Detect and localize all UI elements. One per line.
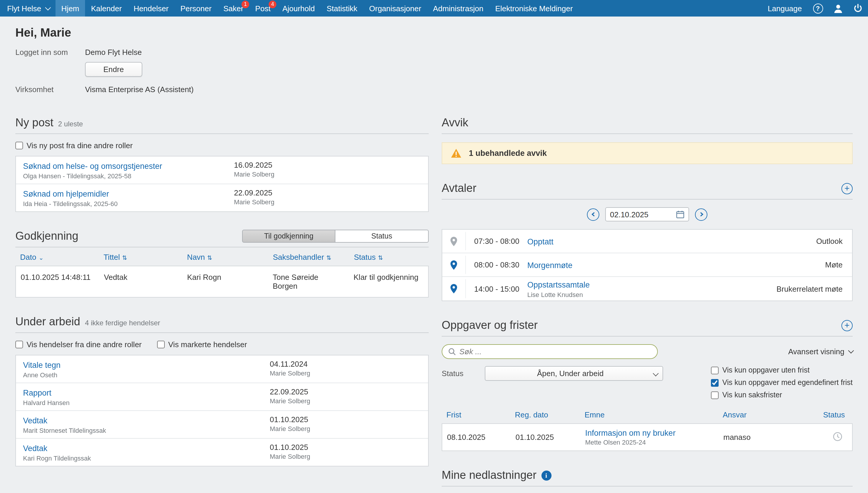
advanced-view-toggle[interactable]: Avansert visning (788, 347, 853, 356)
tasks-table-header: Frist Reg. dato Emne Ansvar Status (442, 405, 853, 423)
nav-left: Flyt Helse Hjem Kalender Hendelser Perso… (0, 0, 579, 17)
column-header-status[interactable]: Status⇅ (349, 248, 429, 266)
date-input[interactable]: 02.10.2025 (605, 207, 689, 221)
nav-item-organisasjoner[interactable]: Organisasjoner (363, 0, 427, 17)
nav-item-elektroniske-meldinger[interactable]: Elektroniske Meldinger (489, 0, 579, 17)
filter-custom-deadline-input[interactable] (711, 379, 719, 386)
filter-case-deadlines[interactable]: Vis kun saksfrister (711, 391, 853, 399)
nav-item-administrasjon[interactable]: Administrasjon (427, 0, 490, 17)
search-icon (448, 348, 456, 356)
add-appointment-button[interactable]: + (842, 183, 853, 194)
nav-item-personer[interactable]: Personer (174, 0, 218, 17)
table-row[interactable]: 01.10.2025 14:48:11 Vedtak Kari Rogn Ton… (15, 266, 429, 298)
appointment-row[interactable]: 08:00 - 08:30 Morgenmøte Møte (442, 253, 852, 277)
column-header-frist[interactable]: Frist (442, 405, 510, 423)
avvik-alert[interactable]: 1 ubehandlede avvik (442, 142, 853, 164)
under-arbeid-filter-roles-input[interactable] (15, 341, 23, 348)
change-role-button[interactable]: Endre (85, 62, 142, 77)
nav-item-kalender[interactable]: Kalender (85, 0, 128, 17)
under-arbeid-filter-marked[interactable]: Vis markerte hendelser (157, 340, 247, 349)
column-header-ansvar[interactable]: Ansvar (718, 405, 818, 423)
cell-status: Klar til godkjenning (349, 266, 428, 297)
nav-item-saker[interactable]: Saker1 (217, 0, 249, 17)
column-header-dato[interactable]: Dato⌄ (15, 248, 99, 266)
work-item-link[interactable]: Vedtak (23, 416, 47, 425)
filter-no-deadline[interactable]: Vis kun oppgaver uten frist (711, 366, 853, 374)
logout-button[interactable] (848, 0, 868, 17)
appointment-person: Lise Lotte Knudsen (527, 291, 777, 298)
info-icon[interactable]: i (541, 470, 551, 480)
add-task-button[interactable]: + (842, 320, 853, 331)
column-header-dato[interactable]: Dato (442, 491, 530, 493)
warning-icon (451, 148, 462, 158)
app-switcher[interactable]: Flyt Helse (0, 0, 56, 17)
post-item-link[interactable]: Søknad om hjelpemidler (23, 190, 109, 198)
work-item-link[interactable]: Vedtak (23, 444, 47, 453)
nav-item-statistikk[interactable]: Statistikk (321, 0, 363, 17)
filter-case-deadlines-input[interactable] (711, 391, 719, 399)
date-navigation: 02.10.2025 (442, 207, 853, 221)
column-header-emne[interactable]: Emne (580, 405, 718, 423)
appointment-type: Møte (825, 260, 852, 269)
user-menu-button[interactable] (828, 0, 848, 17)
date-value: 02.10.2025 (610, 210, 648, 219)
nav-item-hjem[interactable]: Hjem (56, 0, 85, 17)
appointment-link[interactable]: Oppstartssamtale (527, 280, 590, 289)
list-item[interactable]: Vedtak Kari Rogn Tildelingssak 01.10.202… (16, 439, 428, 466)
ny-post-title: Ny post (15, 116, 53, 129)
under-arbeid-filter-roles[interactable]: Vis hendelser fra dine andre roller (15, 340, 142, 349)
ny-post-filter-checkbox[interactable]: Vis ny post fra dine andre roller (15, 141, 133, 150)
column-header-status[interactable]: Status (818, 405, 854, 423)
task-link[interactable]: Informasjon om ny bruker (585, 429, 675, 437)
column-header-tittel[interactable]: Tittel (530, 491, 710, 493)
tab-til-godkjenning[interactable]: Til godkjenning (242, 230, 335, 243)
table-row[interactable]: 08.10.2025 01.10.2025 Informasjon om ny … (442, 423, 853, 451)
post-item-date: 22.09.2025 (234, 188, 421, 197)
column-header-slett[interactable]: Slett (811, 491, 853, 493)
nav-item-post[interactable]: Post4 (249, 0, 276, 17)
work-item-link[interactable]: Rapport (23, 388, 51, 398)
calendar-icon[interactable] (676, 210, 685, 218)
filter-no-deadline-input[interactable] (711, 366, 719, 374)
list-item[interactable]: Vedtak Marit Storneset Tildelingssak 01.… (16, 411, 428, 439)
nav-right: Language ? (762, 0, 868, 17)
list-item[interactable]: Søknad om helse- og omsorgstjenester Olg… (16, 156, 428, 184)
status-filter-select[interactable]: Åpen, Under arbeid (485, 366, 663, 381)
list-item[interactable]: Søknad om hjelpemidler Ida Heia - Tildel… (16, 184, 428, 211)
column-header-saksbehandler[interactable]: Saksbehandler⇅ (268, 248, 349, 266)
top-navigation: Flyt Helse Hjem Kalender Hendelser Perso… (0, 0, 868, 17)
work-item-date: 04.11.2024 (270, 360, 421, 368)
list-item[interactable]: Rapport Halvard Hansen 22.09.2025 Marie … (16, 383, 428, 411)
ny-post-filter-checkbox-input[interactable] (15, 142, 23, 149)
column-header-tittel[interactable]: Tittel⇅ (99, 248, 182, 266)
post-item-link[interactable]: Søknad om helse- og omsorgstjenester (23, 162, 162, 171)
org-label: Virksomhet (15, 85, 85, 94)
language-menu[interactable]: Language (762, 0, 808, 17)
nav-item-ajourhold[interactable]: Ajourhold (276, 0, 321, 17)
work-item-owner: Marie Solberg (270, 453, 421, 460)
sort-icon: ⇅ (378, 255, 383, 261)
nedlastninger-title: Mine nedlastninger (442, 469, 537, 482)
work-item-link[interactable]: Vitale tegn (23, 361, 61, 370)
next-day-button[interactable] (695, 208, 708, 220)
task-search[interactable] (442, 344, 658, 359)
column-header-status[interactable]: Status (710, 491, 811, 493)
under-arbeid-filter-marked-input[interactable] (157, 341, 165, 348)
downloads-table-header: Dato Tittel Status Slett (442, 491, 853, 493)
list-item[interactable]: Vitale tegn Anne Oseth 04.11.2024 Marie … (16, 356, 428, 383)
logged-in-label: Logget inn som (15, 48, 85, 57)
tab-status[interactable]: Status (335, 230, 429, 243)
appointment-link[interactable]: Opptatt (527, 237, 554, 246)
column-header-reg-dato[interactable]: Reg. dato (510, 405, 580, 423)
appointment-link[interactable]: Morgenmøte (527, 261, 572, 270)
appointment-row[interactable]: 14:00 - 15:00 Oppstartssamtale Lise Lott… (442, 277, 852, 301)
column-header-navn[interactable]: Navn⇅ (182, 248, 268, 266)
filter-custom-deadline[interactable]: Vis kun oppgaver med egendefinert frist (711, 379, 853, 387)
nav-item-hendelser[interactable]: Hendelser (128, 0, 174, 17)
previous-day-button[interactable] (587, 208, 599, 220)
task-search-input[interactable] (459, 347, 651, 356)
help-button[interactable]: ? (808, 0, 828, 17)
appointment-source: Outlook (816, 237, 852, 245)
appointment-row[interactable]: 07:30 - 08:00 Opptatt Outlook (442, 230, 852, 253)
work-item-owner: Marie Solberg (270, 425, 421, 432)
